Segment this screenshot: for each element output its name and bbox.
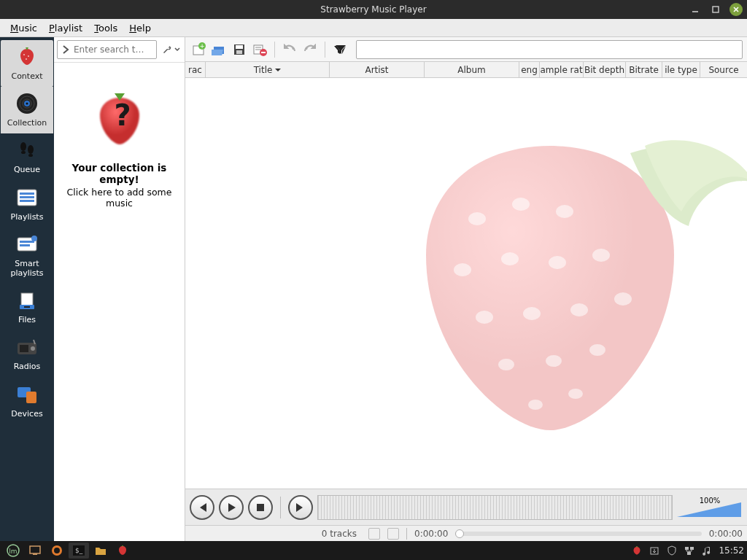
- save-playlist-button[interactable]: [231, 41, 248, 58]
- sidebar-tab-devices[interactable]: Devices: [1, 378, 53, 424]
- start-menu-button[interactable]: lm: [3, 542, 23, 559]
- play-button[interactable]: [219, 495, 244, 520]
- svg-point-5: [28, 55, 29, 57]
- footsteps-icon: [15, 138, 39, 163]
- col-title[interactable]: Title: [206, 62, 330, 77]
- window-close-button[interactable]: [729, 3, 743, 16]
- sidebar-tab-context[interactable]: Context: [1, 40, 53, 87]
- empty-collection-icon: ?: [87, 89, 152, 147]
- col-filetype[interactable]: ile type: [662, 62, 700, 77]
- shuffle-button[interactable]: [368, 528, 380, 540]
- undo-button[interactable]: [281, 41, 298, 58]
- collection-empty-area[interactable]: ? Your collection is empty! Click here t…: [54, 63, 185, 541]
- tray-updates-icon[interactable]: [649, 545, 660, 556]
- svg-rect-19: [20, 200, 34, 202]
- svg-point-11: [26, 103, 28, 105]
- player-controls: 100%: [185, 489, 747, 525]
- col-bitdepth[interactable]: Bit depth: [584, 62, 626, 77]
- svg-point-12: [20, 142, 26, 151]
- background-strawberry-icon: [375, 124, 747, 438]
- collection-settings-button[interactable]: [160, 42, 182, 57]
- col-bitrate[interactable]: Bitrate: [626, 62, 662, 77]
- svg-rect-63: [257, 504, 264, 511]
- svg-rect-75: [687, 552, 691, 555]
- status-bar: 0 tracks 0:00:00 0:00:00: [185, 525, 747, 541]
- sidebar-tab-smart-playlists[interactable]: Smart playlists: [1, 228, 53, 284]
- strawberry-icon: [15, 44, 39, 69]
- separator: [280, 497, 281, 518]
- col-album[interactable]: Album: [425, 62, 519, 77]
- svg-rect-21: [20, 241, 34, 243]
- volume-control[interactable]: 100%: [677, 497, 743, 518]
- svg-rect-67: [33, 553, 37, 555]
- window-minimize-button[interactable]: [689, 3, 702, 16]
- window-maximize-button[interactable]: [709, 3, 722, 16]
- taskbar-firefox[interactable]: [47, 542, 67, 559]
- sidebar-tab-playlists[interactable]: Playlists: [1, 181, 53, 228]
- menu-playlist[interactable]: Playlist: [43, 21, 88, 35]
- playlist-area: + rac Title Artist Album eng ample rat B…: [185, 37, 747, 541]
- svg-rect-66: [30, 546, 40, 553]
- track-count: 0 tracks: [190, 529, 361, 539]
- svg-point-60: [589, 344, 605, 356]
- playlist-toolbar: +: [185, 37, 747, 62]
- tray-strawberry-icon[interactable]: [631, 545, 643, 556]
- stop-button[interactable]: [248, 495, 273, 520]
- prev-button[interactable]: [190, 495, 214, 520]
- wrench-icon: [161, 44, 173, 55]
- svg-point-49: [556, 205, 573, 218]
- system-tray: 15:52: [631, 545, 744, 556]
- waveform-display[interactable]: [317, 495, 673, 520]
- tray-shield-icon[interactable]: [666, 545, 678, 556]
- new-playlist-button[interactable]: +: [190, 41, 207, 58]
- sidebar-tab-radios[interactable]: Radios: [1, 330, 53, 377]
- svg-rect-38: [212, 50, 223, 55]
- taskbar-files[interactable]: [90, 542, 111, 559]
- tray-clock[interactable]: 15:52: [719, 545, 744, 556]
- open-playlist-button[interactable]: [210, 41, 228, 58]
- taskbar-strawberry[interactable]: [112, 542, 133, 559]
- svg-point-29: [31, 346, 35, 351]
- clear-playlist-button[interactable]: [251, 41, 268, 58]
- next-button[interactable]: [288, 495, 313, 520]
- playlist-filter-input[interactable]: [356, 40, 743, 59]
- svg-rect-22: [20, 244, 30, 246]
- menu-help[interactable]: Help: [123, 21, 157, 35]
- sidebar-label: Playlists: [11, 212, 44, 222]
- svg-point-23: [31, 236, 37, 241]
- svg-rect-18: [20, 196, 34, 198]
- col-artist[interactable]: Artist: [330, 62, 425, 77]
- svg-text:?: ?: [114, 98, 131, 132]
- svg-point-55: [523, 307, 541, 320]
- repeat-button[interactable]: [387, 528, 399, 540]
- sidebar-tab-files[interactable]: Files: [1, 284, 53, 330]
- tray-network-icon[interactable]: [684, 545, 695, 556]
- sidebar-label: Collection: [7, 118, 47, 128]
- sidebar-label: Radios: [14, 362, 41, 371]
- svg-text:$_: $_: [75, 547, 83, 554]
- menu-tools[interactable]: Tools: [88, 21, 123, 35]
- seek-slider[interactable]: [455, 532, 701, 536]
- svg-point-50: [454, 263, 471, 276]
- collection-search-input[interactable]: [57, 40, 157, 59]
- search-field[interactable]: [74, 44, 153, 55]
- vinyl-icon: [15, 91, 39, 116]
- redo-button[interactable]: [301, 41, 319, 58]
- time-total: 0:00:00: [709, 529, 743, 539]
- col-track[interactable]: rac: [185, 62, 206, 77]
- show-desktop-button[interactable]: [25, 542, 45, 559]
- sidebar-tab-queue[interactable]: Queue: [1, 133, 53, 180]
- svg-point-53: [592, 249, 610, 262]
- svg-rect-1: [713, 7, 719, 12]
- taskbar-terminal[interactable]: $_: [69, 542, 89, 559]
- col-samplerate[interactable]: ample rat: [540, 62, 584, 77]
- menu-music[interactable]: Music: [4, 21, 43, 35]
- col-length[interactable]: eng: [519, 62, 540, 77]
- playlist-canvas[interactable]: [185, 78, 747, 489]
- filter-toggle-button[interactable]: [331, 41, 349, 58]
- sidebar-tab-collection[interactable]: Collection: [1, 87, 53, 133]
- tray-sound-icon[interactable]: [701, 545, 713, 556]
- col-source[interactable]: Source: [700, 62, 747, 77]
- svg-rect-24: [21, 293, 33, 306]
- svg-point-51: [501, 252, 519, 265]
